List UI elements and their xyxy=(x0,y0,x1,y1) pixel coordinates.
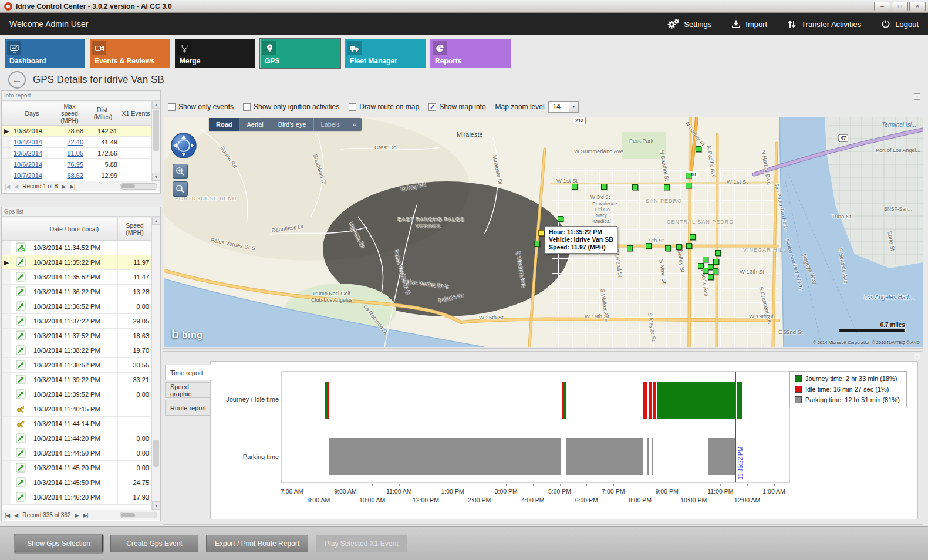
nav-tile-reports[interactable]: Reports xyxy=(430,39,511,68)
gps-list-row[interactable]: 10/3/2014 11:38:52 PM30.55 xyxy=(2,358,152,373)
checkbox-show-only-events[interactable]: Show only events xyxy=(168,103,234,111)
map-canvas[interactable]: MiralestePeck ParkW Summerland AveCrest … xyxy=(164,117,923,347)
gps-marker[interactable] xyxy=(696,146,701,152)
gps-marker[interactable] xyxy=(686,243,692,249)
gps-marker[interactable] xyxy=(665,245,671,251)
info-report-row[interactable]: 10/6/201476.955.88 xyxy=(2,159,152,170)
day-link[interactable]: 10/5/2014 xyxy=(14,150,42,157)
scroll-up-icon[interactable]: ▲ xyxy=(152,100,160,109)
max-speed-link[interactable]: 68.62 xyxy=(67,172,83,179)
scrollbar-thumb[interactable] xyxy=(153,110,159,151)
gps-marker[interactable] xyxy=(676,244,682,250)
export-print-route-report-button[interactable]: Export / Print Route Report xyxy=(206,535,308,552)
day-link[interactable]: 10/4/2014 xyxy=(14,139,42,146)
gps-marker[interactable] xyxy=(646,243,652,249)
scroll-up-icon[interactable]: ▲ xyxy=(152,217,160,225)
checkbox-show-map-info[interactable]: ✓Show map info xyxy=(428,103,485,111)
gps-marker[interactable] xyxy=(690,234,696,240)
column-header-max-speed[interactable]: Max speed (MPH) xyxy=(53,101,86,126)
gps-list-row[interactable]: 10/3/2014 11:44:50 PM0.00 xyxy=(2,446,152,461)
map-compass-control[interactable] xyxy=(170,132,197,161)
gps-list-row[interactable]: 10/3/2014 11:35:52 PM11.47 xyxy=(2,270,152,285)
info-report-row[interactable]: 10/5/201481.05172.56 xyxy=(2,148,152,159)
gps-list-row[interactable]: 10/3/2014 11:45:50 PM24.75 xyxy=(2,475,152,490)
gps-marker[interactable] xyxy=(558,216,563,222)
gps-marker[interactable] xyxy=(703,257,708,262)
gps-list-row[interactable]: 10/3/2014 11:36:52 PM0.00 xyxy=(2,299,152,314)
nav-tile-gps[interactable]: GPS xyxy=(260,39,340,68)
first-record-button[interactable]: |◀ xyxy=(5,184,10,190)
gps-list-row[interactable]: 10/3/2014 11:44:14 PM xyxy=(2,417,152,431)
max-speed-link[interactable]: 76.95 xyxy=(67,161,83,168)
logout-button[interactable]: Logout xyxy=(881,19,919,29)
nav-tile-merge[interactable]: Merge xyxy=(175,39,255,68)
first-record-button[interactable]: |◀ xyxy=(5,512,10,518)
nav-tile-dashboard[interactable]: Dashboard xyxy=(5,39,85,68)
gps-marker[interactable] xyxy=(664,184,670,190)
gps-marker[interactable] xyxy=(715,250,721,256)
info-report-row[interactable]: ▶10/3/201478.68142.31 xyxy=(2,126,152,137)
create-gps-event-button[interactable]: Create Gps Event xyxy=(110,535,198,552)
horizontal-scrollbar[interactable] xyxy=(120,512,157,518)
gps-list-row[interactable]: 10/3/2014 11:46:20 PM17.93 xyxy=(2,490,152,505)
scrollbar-thumb[interactable] xyxy=(153,440,159,467)
back-button[interactable]: ← xyxy=(8,71,26,89)
prev-record-button[interactable]: ◀ xyxy=(14,512,18,518)
gps-marker[interactable] xyxy=(686,173,691,178)
column-header-x1-events[interactable]: X1 Events xyxy=(120,101,152,126)
collapse-map-panel-button[interactable]: ▫ xyxy=(914,93,920,100)
nav-tile-fleet[interactable]: Fleet Manager xyxy=(345,39,426,68)
gps-marker[interactable] xyxy=(713,268,718,274)
gps-marker[interactable] xyxy=(686,183,691,188)
map-zoom-select[interactable]: 14▼ xyxy=(548,101,579,113)
last-record-button[interactable]: ▶| xyxy=(70,184,75,190)
maximize-button[interactable]: □ xyxy=(892,2,908,11)
gps-list-scrollbar[interactable]: ▲ ▼ xyxy=(151,217,160,510)
gps-marker[interactable] xyxy=(627,245,633,251)
transfer-activities-button[interactable]: Transfer Activities xyxy=(787,19,861,29)
gps-list-row[interactable]: 10/3/2014 11:38:22 PM19.70 xyxy=(2,343,152,358)
bing-logo[interactable]: b bing xyxy=(171,327,203,341)
gps-marker[interactable] xyxy=(572,184,578,190)
gps-list-row[interactable]: 10/3/2014 11:39:52 PM0.00 xyxy=(2,387,152,402)
settings-button[interactable]: Settings xyxy=(667,19,711,29)
gps-list-row[interactable]: 10/3/2014 11:37:52 PM18.63 xyxy=(2,329,152,343)
map-view-tab-aerial[interactable]: Aerial xyxy=(240,118,271,131)
info-report-row[interactable]: 10/4/201472.4041.49 xyxy=(2,137,152,148)
gps-list-row[interactable]: 10/3/2014 11:37:22 PM29.05 xyxy=(2,314,152,329)
checkbox-show-only-ignition-activities[interactable]: Show only ignition activities xyxy=(243,103,339,111)
day-link[interactable]: 10/3/2014 xyxy=(14,127,42,134)
map-view-tab-labels[interactable]: Labels xyxy=(314,118,347,131)
last-record-button[interactable]: ▶| xyxy=(83,512,88,518)
day-link[interactable]: 10/6/2014 xyxy=(14,161,42,168)
column-header-days[interactable]: Days xyxy=(11,101,53,126)
map-toolbar-collapse-button[interactable]: « xyxy=(347,118,362,131)
info-report-row[interactable]: 10/7/201468.6212.99 xyxy=(2,170,152,181)
column-header-dist[interactable]: Dist. (Miles) xyxy=(86,101,120,126)
day-link[interactable]: 10/7/2014 xyxy=(14,172,42,179)
next-record-button[interactable]: ▶ xyxy=(75,512,79,518)
horizontal-scrollbar[interactable] xyxy=(120,183,157,190)
tab-route-report[interactable]: Route report xyxy=(165,400,211,416)
minimize-button[interactable]: – xyxy=(874,2,890,11)
scroll-down-icon[interactable]: ▼ xyxy=(152,173,160,181)
title-bar[interactable]: Idrive Control Center - 3.0.2 version - … xyxy=(0,0,928,13)
gps-list-row[interactable]: 10/3/2014 11:40:15 PM xyxy=(2,402,152,417)
map-view-tab-bird-s-eye[interactable]: Bird's eye xyxy=(271,118,314,131)
import-button[interactable]: Import xyxy=(731,19,767,29)
max-speed-link[interactable]: 72.40 xyxy=(67,139,83,146)
gps-marker[interactable] xyxy=(534,241,540,247)
gps-list-row[interactable]: 10/3/2014 11:36:22 PM13.28 xyxy=(2,285,152,299)
map-zoom-out-button[interactable] xyxy=(173,181,188,197)
collapse-chart-panel-button[interactable]: ▫ xyxy=(914,353,920,359)
tab-time-report[interactable]: Time report xyxy=(165,365,211,380)
max-speed-link[interactable]: 78.68 xyxy=(67,127,83,134)
gps-list-row[interactable]: 10/3/2014 11:34:52 PM xyxy=(2,241,152,255)
gps-list-row[interactable]: 10/3/2014 11:45:20 PM0.00 xyxy=(2,461,152,475)
max-speed-link[interactable]: 81.05 xyxy=(67,150,83,157)
next-record-button[interactable]: ▶ xyxy=(62,184,66,190)
column-header-datetime[interactable]: Date / hour (local) xyxy=(31,217,118,241)
prev-record-button[interactable]: ◀ xyxy=(14,184,18,190)
gps-marker-selected[interactable] xyxy=(538,230,544,236)
show-gps-selection-button[interactable]: Show Gps Selection xyxy=(15,535,103,552)
